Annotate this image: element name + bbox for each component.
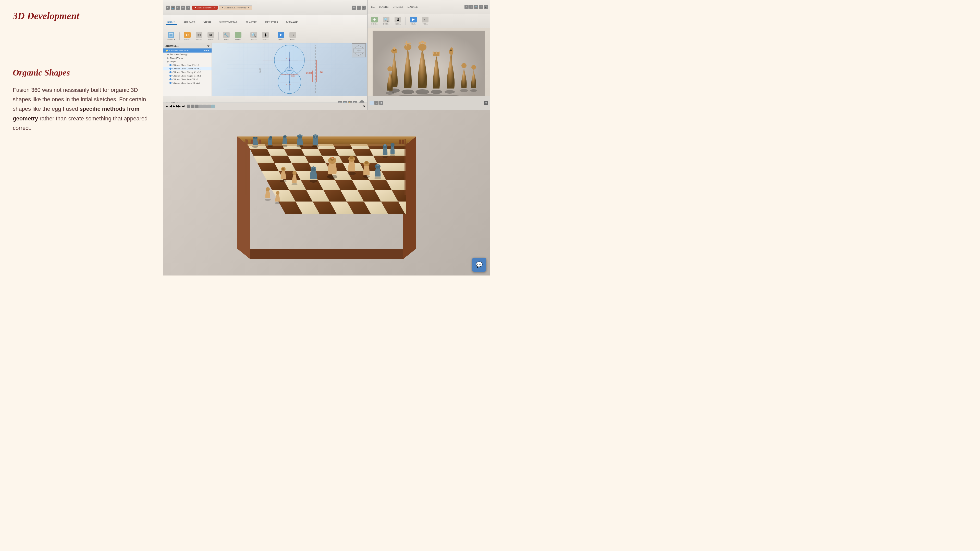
browser-label: BROWSER (165, 44, 178, 47)
play-end-icon[interactable]: ⏭ (182, 104, 185, 108)
play-icon[interactable]: ▶ (173, 104, 175, 108)
side-settings-icon[interactable]: ⚙ (469, 5, 473, 9)
svg-rect-146 (253, 137, 254, 138)
assemble-btn[interactable]: 🔧 ASSE... (221, 32, 231, 41)
cad-toolbar: ⊞ 💾 ↺ ↻ ☁ ● Chess Board v6° ✕ ● Chicken … (163, 0, 367, 15)
tab-utilities[interactable]: UTILITIES (263, 20, 280, 24)
cad-side-panel: TAL PLASTIC UTILITIES MANAGE ↻ ⚙ 🔍 ? 🎤 (368, 0, 490, 110)
browser-item-queen[interactable]: Chicken Chess Queen V1 v1... (163, 67, 212, 70)
file-icon: 📁 (165, 49, 168, 52)
svg-marker-4 (280, 34, 282, 36)
svg-text:Ø1.75: Ø1.75 (286, 83, 291, 86)
side-tab-manage[interactable]: MANAGE (406, 5, 419, 9)
auto-btn[interactable]: ⚙ AUTO... (194, 32, 204, 41)
side-help-icon[interactable]: ? (479, 5, 483, 9)
select-btn[interactable]: SELE... (276, 32, 286, 41)
undo-icon[interactable]: ↺ (176, 6, 180, 10)
side-position-btn[interactable]: ↔ POSI... (420, 16, 430, 26)
side-insert-btn[interactable]: ⬇ INSEI... (393, 16, 403, 26)
tab-chess-board[interactable]: ● Chess Board v6° ✕ (192, 6, 218, 10)
play-next-icon[interactable]: ▶▶ (176, 104, 181, 108)
svg-point-190 (374, 177, 381, 179)
svg-point-197 (390, 143, 395, 147)
left-panel: 3D Development Organic Shapes Fusion 360… (0, 0, 163, 275)
svg-point-51 (424, 42, 426, 44)
design-btn[interactable]: DESIGN ▼ (165, 32, 177, 41)
tab-manage[interactable]: MANAGE (285, 20, 299, 24)
browser-item-knight[interactable]: Chicken Chess Knight V1 v9.1 (163, 74, 212, 78)
svg-point-167 (291, 183, 298, 185)
tl-icon3[interactable] (195, 105, 199, 108)
browser-item-doc-settings[interactable]: ▶ Document Settings (163, 52, 212, 56)
floating-action-button[interactable]: 💬 (472, 258, 486, 272)
side-tab-tal[interactable]: TAL (369, 5, 376, 9)
tl-icon4[interactable] (199, 105, 203, 108)
svg-text:1.60: 1.60 (313, 76, 317, 78)
tab-surface[interactable]: SURFACE (182, 20, 197, 24)
browser-item-named-views[interactable]: ▶ Named Views (163, 56, 212, 60)
tab-plastic[interactable]: PLASTIC (244, 20, 258, 24)
side-cone-btn[interactable]: CONE... (369, 16, 379, 26)
settings-icon[interactable]: ⚙ (352, 6, 356, 10)
save-icon[interactable]: 💾 (171, 6, 175, 10)
svg-marker-93 (373, 156, 406, 163)
browser-item-king[interactable]: Chicken Chess King V1 v1.1 (163, 63, 212, 67)
svg-rect-55 (436, 52, 437, 54)
svg-point-47 (415, 89, 429, 94)
grid-icon[interactable]: ⊞ (165, 6, 170, 10)
sv-icon2[interactable]: ⬡ (374, 101, 379, 105)
side-mic-icon[interactable]: 🎤 (484, 5, 488, 9)
browser-item-pawn[interactable]: Chicken Chess Pawn V1 v2.1 (163, 81, 212, 85)
tl-icon2[interactable] (191, 105, 194, 108)
help-icon[interactable]: ? (357, 6, 361, 10)
play-start-icon[interactable]: ⏮ (165, 104, 169, 108)
svg-point-169 (310, 179, 317, 183)
side-cone-label: CONE... (371, 23, 377, 25)
tab-close2-icon[interactable]: ✕ (248, 6, 249, 9)
cloud-icon[interactable]: ☁ (186, 6, 190, 10)
queen-dot (169, 68, 172, 70)
construct-btn[interactable]: CONS... (233, 32, 243, 41)
view-cube[interactable]: home (352, 43, 366, 57)
svg-point-158 (299, 134, 301, 136)
side-select-btn[interactable]: SELE... (409, 16, 418, 26)
side-tab-plastic[interactable]: PLASTIC (378, 5, 390, 9)
svg-point-48 (418, 44, 426, 51)
svg-marker-84 (353, 149, 373, 156)
side-tab-utilities[interactable]: UTILITIES (391, 5, 405, 9)
create-btn[interactable]: CREA... (183, 32, 192, 41)
browser-item-rook[interactable]: Chicken Chess Rook V1 v8.1 (163, 78, 212, 81)
modify-btn[interactable]: ✏ MODI... (206, 32, 216, 41)
tab-sheet-metal[interactable]: SHEET METAL (218, 20, 239, 24)
mic-icon[interactable]: 🎤 (362, 6, 366, 10)
inspect-btn[interactable]: 🔍 INSPE... (249, 32, 259, 41)
sv-icon1[interactable]: □ (369, 101, 374, 105)
position-btn[interactable]: ↔ POSI... (288, 32, 298, 41)
browser-settings-icon[interactable]: ⚙ (207, 44, 210, 47)
browser-item-origin[interactable]: ▶ Origin (163, 60, 212, 63)
tl-icon7[interactable] (211, 105, 215, 108)
tab-chicken-chess[interactable]: ● Chicken Ch...ecovered)° ✕ (219, 5, 252, 10)
insert-btn[interactable]: ⬇ INSEI... (261, 32, 270, 41)
tl-icon5[interactable] (203, 105, 207, 108)
tl-icon1[interactable] (187, 105, 190, 108)
tl-icon6[interactable] (207, 105, 211, 108)
side-search-icon[interactable]: 🔍 (474, 5, 478, 9)
tab-mesh[interactable]: MESH (202, 20, 213, 24)
svg-point-193 (382, 156, 388, 158)
side-inspect-btn[interactable]: 🔍 INSPI... (381, 16, 391, 26)
svg-point-63 (470, 89, 477, 92)
browser-active-file[interactable]: 📁 Chicken Chess Set Bl... ● ● ● (163, 48, 212, 52)
side-refresh-icon[interactable]: ↻ (465, 5, 469, 9)
svg-point-44 (404, 44, 411, 50)
sv-icon3[interactable]: ▦ (379, 101, 383, 105)
settings-timeline-icon[interactable]: ⚙ (363, 105, 365, 108)
tab-close-icon[interactable]: ✕ (213, 6, 215, 9)
play-prev-icon[interactable]: ◀ (169, 104, 172, 108)
redo-icon[interactable]: ↻ (181, 6, 185, 10)
svg-point-155 (297, 145, 303, 148)
sv-settings-icon[interactable]: ⚙ (484, 101, 488, 105)
section-title: Organic Shapes (13, 68, 151, 78)
browser-item-bishop[interactable]: Chicken Chess Bishop V1 v9.1 (163, 70, 212, 74)
tab-solid[interactable]: SOLID (166, 20, 177, 25)
